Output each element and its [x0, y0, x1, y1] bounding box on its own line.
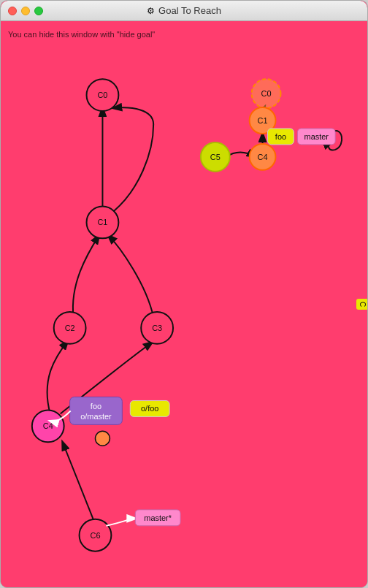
window-title: Goal To Reach [158, 5, 221, 16]
maximize-button[interactable] [34, 7, 43, 15]
label-C2-left: C2 [65, 324, 75, 332]
gear-icon: ⚙ [147, 6, 155, 16]
label-C1-right: C1 [258, 116, 268, 125]
tag-master-star-label: master* [144, 513, 172, 522]
traffic-lights [8, 7, 43, 15]
side-tag-c: C [356, 299, 368, 310]
content-area: You can hide this window with "hide goal… [1, 21, 367, 588]
label-C0-left: C0 [97, 91, 107, 99]
tag-foo-omaster-line2: o/master [80, 412, 112, 421]
minimize-button[interactable] [21, 7, 30, 15]
label-C3-left: C3 [152, 324, 162, 332]
titlebar: ⚙ Goal To Reach [1, 1, 367, 21]
diagram: C0 C1 C2 C3 C4 C6 C0 C1 [1, 21, 367, 588]
tag-foo-right-label: foo [275, 132, 286, 141]
label-C1-left: C1 [97, 218, 107, 226]
tag-master-right-label: master [304, 132, 329, 141]
svg-line-2 [63, 442, 96, 524]
tag-foo-omaster-line1: foo [91, 402, 101, 411]
close-button[interactable] [8, 7, 17, 15]
label-C4-left: C4 [43, 421, 53, 430]
label-C5-right: C5 [210, 153, 221, 161]
label-C4-right: C4 [258, 153, 268, 161]
label-C6-left: C6 [90, 531, 100, 540]
label-C0-right: C0 [261, 89, 272, 98]
node-dot [95, 431, 110, 446]
window: ⚙ Goal To Reach You can hide this window… [0, 0, 368, 588]
tag-ofoo-label: o/foo [141, 404, 158, 413]
